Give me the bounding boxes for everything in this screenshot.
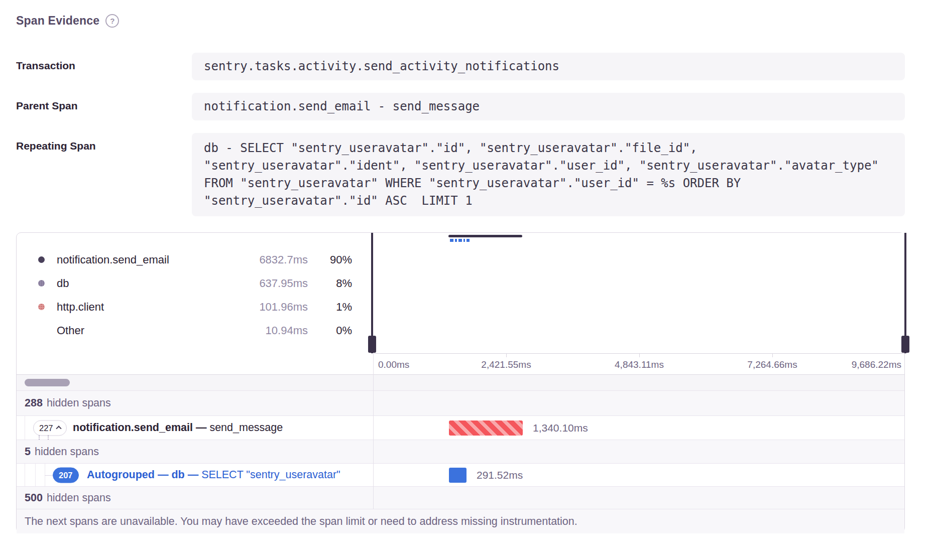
span-op-legend: notification.send_email 6832.7ms 90% db …	[17, 233, 373, 374]
minimap-right-handle[interactable]	[904, 233, 906, 353]
parent-span-value: notification.send_email - send_message	[192, 93, 905, 120]
minimap-span-mark	[450, 239, 453, 242]
hidden-label: hidden spans	[35, 446, 99, 458]
axis-label-1: 2,421.55ms	[481, 359, 531, 370]
tree-dotted-connector	[48, 435, 49, 440]
repeating-span-row: Repeating Span db - SELECT "sentry_usera…	[16, 133, 905, 216]
legend-duration: 6832.7ms	[232, 253, 308, 266]
legend-percent: 8%	[308, 277, 352, 290]
chevron-up-icon	[56, 426, 61, 431]
span-tree: 288 hidden spans 227 notification.send_e…	[17, 374, 904, 533]
transaction-value: sentry.tasks.activity.send_activity_noti…	[192, 53, 905, 80]
axis-label-4: 9,686.22ms	[852, 359, 901, 370]
hidden-count: 288	[25, 397, 43, 409]
legend-percent: 0%	[308, 324, 352, 337]
hidden-spans-row-mid[interactable]: 5 hidden spans	[17, 440, 904, 463]
hidden-count: 500	[25, 492, 43, 504]
trace-minimap[interactable]	[373, 233, 905, 353]
minimap-span-mark	[463, 239, 465, 242]
legend-row-db: db 637.95ms 8%	[17, 271, 373, 295]
legend-dot-send-email	[38, 256, 45, 263]
tree-guide-line	[25, 416, 25, 440]
section-header: Span Evidence ?	[16, 14, 119, 28]
time-axis: 0.00ms 2,421.55ms 4,843.11ms 7,264.66ms …	[373, 353, 905, 374]
repeating-span-value: db - SELECT "sentry_useravatar"."id", "s…	[192, 133, 905, 216]
legend-duration: 101.96ms	[232, 301, 308, 314]
legend-duration: 10.94ms	[232, 324, 308, 337]
legend-op: Other	[57, 324, 232, 337]
legend-percent: 1%	[308, 301, 352, 314]
span-op: notification.send_email —	[73, 422, 206, 434]
axis-label-0: 0.00ms	[378, 359, 409, 370]
span-duration-label: 1,340.10ms	[533, 422, 588, 434]
span-evidence-table: Transaction sentry.tasks.activity.send_a…	[16, 53, 905, 229]
autogroup-count-badge[interactable]: 207	[53, 467, 79, 483]
span-group-count: 227	[39, 423, 53, 433]
span-waterfall-panel: notification.send_email 6832.7ms 90% db …	[16, 232, 905, 533]
parent-span-label: Parent Span	[16, 93, 192, 112]
minimap-span-bar	[448, 235, 522, 237]
span-duration-bar-error[interactable]	[449, 421, 523, 436]
span-description: send_message	[209, 422, 283, 434]
autogroup-op: Autogrouped — db —	[87, 469, 198, 481]
legend-dot-db	[38, 280, 45, 287]
legend-op: db	[57, 277, 232, 290]
legend-dot-other	[38, 327, 45, 334]
parent-span-row: Parent Span notification.send_email - se…	[16, 93, 905, 120]
legend-row-other: Other 10.94ms 0%	[17, 319, 373, 342]
span-limit-notice: The next spans are unavailable. You may …	[17, 509, 904, 533]
span-bar-cell: 1,340.10ms	[373, 416, 904, 440]
hidden-label: hidden spans	[47, 397, 111, 409]
autogroup-count: 207	[59, 470, 73, 480]
span-name-cell: 227 notification.send_email — send_messa…	[17, 416, 373, 440]
repeating-span-label: Repeating Span	[16, 133, 192, 152]
span-row-send-email[interactable]: 227 notification.send_email — send_messa…	[17, 415, 904, 440]
minimap-left-handle-grip[interactable]	[368, 336, 376, 353]
transaction-label: Transaction	[16, 53, 192, 72]
page-title: Span Evidence	[16, 14, 99, 28]
hidden-label: hidden spans	[47, 492, 111, 504]
horizontal-scrollbar	[17, 374, 904, 390]
axis-tick	[772, 354, 773, 357]
span-duration-label: 291.52ms	[477, 469, 523, 481]
tree-guide-line	[35, 464, 36, 486]
axis-tick	[506, 354, 507, 357]
hidden-spans-row-bottom[interactable]: 500 hidden spans	[17, 486, 904, 509]
minimap-span-mark	[458, 239, 462, 242]
column-divider	[373, 353, 374, 509]
minimap-span-mark	[455, 239, 457, 242]
minimap-right-handle-grip[interactable]	[901, 336, 909, 353]
autogroup-description: SELECT "sentry_useravatar"	[201, 469, 340, 481]
legend-row-send-email: notification.send_email 6832.7ms 90%	[17, 248, 373, 271]
tree-guide-line	[25, 464, 25, 486]
legend-dot-http-client	[38, 304, 45, 310]
transaction-row: Transaction sentry.tasks.activity.send_a…	[16, 53, 905, 80]
axis-label-3: 7,264.66ms	[747, 359, 797, 370]
legend-op: notification.send_email	[57, 253, 232, 266]
legend-percent: 90%	[308, 253, 352, 266]
legend-duration: 637.95ms	[232, 277, 308, 290]
span-group-toggle-badge[interactable]: 227	[33, 420, 67, 436]
span-name-cell: 207 Autogrouped — db — SELECT "sentry_us…	[17, 464, 373, 486]
legend-row-http-client: http.client 101.96ms 1%	[17, 295, 373, 319]
profile-section: notification.send_email 6832.7ms 90% db …	[17, 233, 904, 374]
help-icon[interactable]: ?	[105, 14, 119, 28]
minimap-left-handle[interactable]	[371, 233, 373, 353]
tree-dotted-connector	[39, 435, 40, 440]
tree-connector-line	[45, 475, 53, 476]
hidden-spans-row-top[interactable]: 288 hidden spans	[17, 390, 904, 415]
axis-tick	[639, 354, 640, 357]
notice-text: The next spans are unavailable. You may …	[25, 515, 577, 528]
span-title: Autogrouped — db — SELECT "sentry_userav…	[87, 469, 340, 481]
span-row-autogrouped[interactable]: 207 Autogrouped — db — SELECT "sentry_us…	[17, 463, 904, 486]
axis-label-2: 4,843.11ms	[615, 359, 664, 370]
scrollbar-thumb[interactable]	[25, 379, 70, 386]
legend-op: http.client	[57, 301, 232, 314]
span-bar-cell: 291.52ms	[373, 464, 904, 486]
hidden-count: 5	[25, 446, 31, 458]
span-title: notification.send_email — send_message	[73, 422, 283, 434]
span-duration-bar[interactable]	[449, 468, 467, 483]
minimap-span-mark	[467, 239, 470, 242]
